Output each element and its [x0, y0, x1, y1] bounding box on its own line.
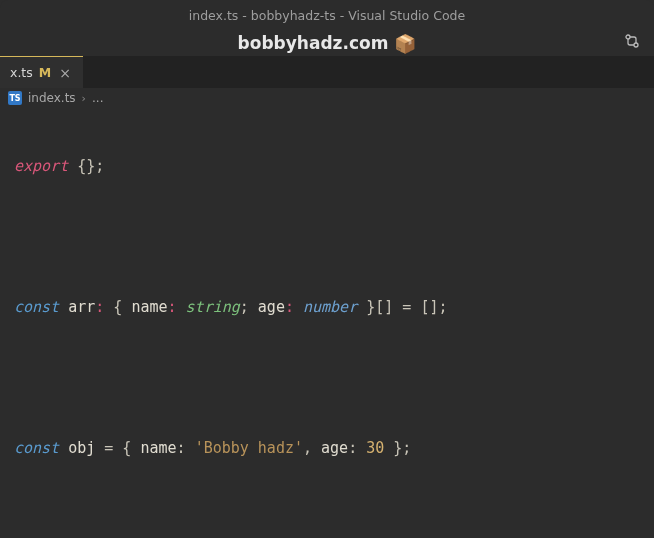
title-bar: index.ts - bobbyhadz-ts - Visual Studio … [0, 0, 654, 30]
code-line: export {}; [14, 149, 640, 184]
svg-point-1 [634, 43, 638, 47]
typescript-icon: TS [8, 91, 22, 105]
code-line: const arr: { name: string; age: number }… [14, 290, 640, 325]
code-line [14, 220, 640, 255]
code-line [14, 361, 640, 396]
breadcrumb-rest: ... [92, 91, 103, 105]
banner-text: bobbyhadz.com [238, 33, 389, 53]
window-title: index.ts - bobbyhadz-ts - Visual Studio … [189, 8, 465, 23]
close-icon[interactable]: × [57, 66, 73, 80]
tab-filename: x.ts [10, 65, 33, 80]
code-editor[interactable]: export {}; const arr: { name: string; ag… [0, 108, 654, 538]
tab-bar: x.ts M × [0, 56, 654, 88]
code-line [14, 502, 640, 537]
package-icon: 📦 [394, 33, 416, 54]
code-line: const obj = { name: 'Bobby hadz', age: 3… [14, 431, 640, 466]
breadcrumb[interactable]: TS index.ts › ... [0, 88, 654, 108]
banner: bobbyhadz.com 📦 [0, 30, 654, 56]
modified-indicator: M [39, 65, 51, 80]
chevron-right-icon: › [82, 92, 86, 105]
breadcrumb-file: index.ts [28, 91, 76, 105]
tab-index-ts[interactable]: x.ts M × [0, 56, 83, 88]
compare-icon[interactable] [624, 33, 640, 53]
svg-point-0 [626, 35, 630, 39]
